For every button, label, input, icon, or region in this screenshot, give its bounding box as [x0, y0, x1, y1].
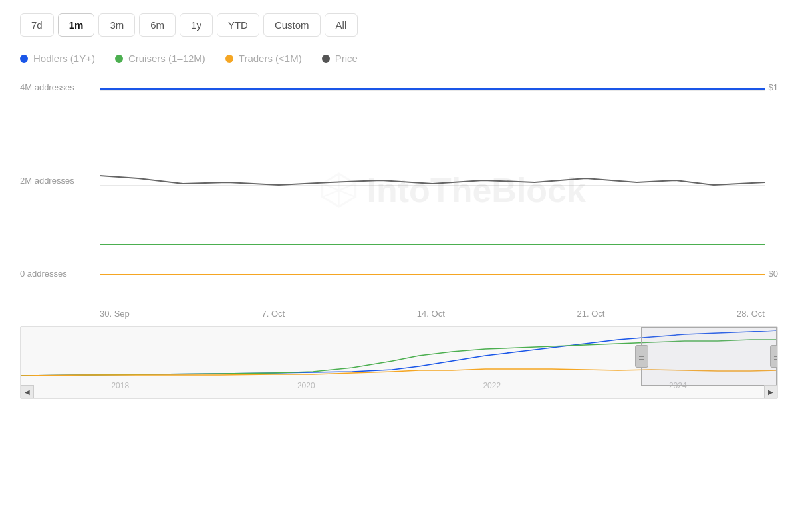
cruisers-label: Cruisers (1–12M) — [128, 53, 205, 64]
price-label: Price — [335, 53, 358, 64]
legend-traders: Traders (<1M) — [225, 53, 302, 64]
traders-label: Traders (<1M) — [239, 53, 302, 64]
price-dot — [322, 55, 330, 63]
btn-6m[interactable]: 6m — [139, 13, 176, 37]
scroll-left-button[interactable]: ◀ — [21, 385, 34, 398]
mini-chart-svg — [21, 327, 777, 380]
traders-dot — [225, 55, 233, 63]
hodlers-label: Hodlers (1Y+) — [33, 53, 95, 64]
mini-chart-container[interactable]: 2018 2020 2022 2024 ◀ ▶ — [20, 326, 778, 399]
y-label-4m: 4M addresses — [20, 82, 74, 92]
scroll-right-button[interactable]: ▶ — [764, 385, 777, 398]
mini-x-label-0: 2018 — [111, 381, 129, 390]
btn-1y[interactable]: 1y — [180, 13, 213, 37]
chart-legend: Hodlers (1Y+) Cruisers (1–12M) Traders (… — [20, 53, 778, 64]
mini-x-axis: 2018 2020 2022 2024 — [21, 380, 777, 390]
y-label-right-1: $1 — [769, 82, 778, 92]
x-label-0: 30. Sep — [100, 309, 130, 319]
btn-all[interactable]: All — [325, 13, 358, 37]
main-chart: 4M addresses 2M addresses 0 addresses $1… — [20, 77, 778, 303]
cruisers-dot — [115, 55, 123, 63]
btn-3m[interactable]: 3m — [98, 13, 135, 37]
x-axis: 30. Sep 7. Oct 14. Oct 21. Oct 28. Oct — [20, 303, 778, 319]
btn-1m[interactable]: 1m — [58, 13, 95, 37]
main-chart-area: 4M addresses 2M addresses 0 addresses $1… — [20, 77, 778, 319]
btn-custom[interactable]: Custom — [263, 13, 321, 37]
btn-7d[interactable]: 7d — [20, 13, 54, 37]
x-label-4: 28. Oct — [737, 309, 765, 319]
y-label-2m: 2M addresses — [20, 176, 74, 186]
hodlers-dot — [20, 55, 28, 63]
chart-svg — [100, 77, 765, 283]
mini-x-label-1: 2020 — [297, 381, 315, 390]
x-label-3: 21. Oct — [577, 309, 604, 319]
y-label-0: 0 addresses — [20, 269, 67, 279]
mini-x-label-2: 2022 — [483, 381, 501, 390]
time-range-selector: 7d 1m 3m 6m 1y YTD Custom All — [20, 13, 778, 37]
y-label-right-0: $0 — [769, 269, 778, 279]
btn-ytd[interactable]: YTD — [217, 13, 259, 37]
legend-hodlers: Hodlers (1Y+) — [20, 53, 95, 64]
legend-cruisers: Cruisers (1–12M) — [115, 53, 205, 64]
legend-price: Price — [322, 53, 358, 64]
x-label-2: 14. Oct — [417, 309, 445, 319]
x-label-1: 7. Oct — [262, 309, 285, 319]
mini-x-label-3: 2024 — [669, 381, 687, 390]
